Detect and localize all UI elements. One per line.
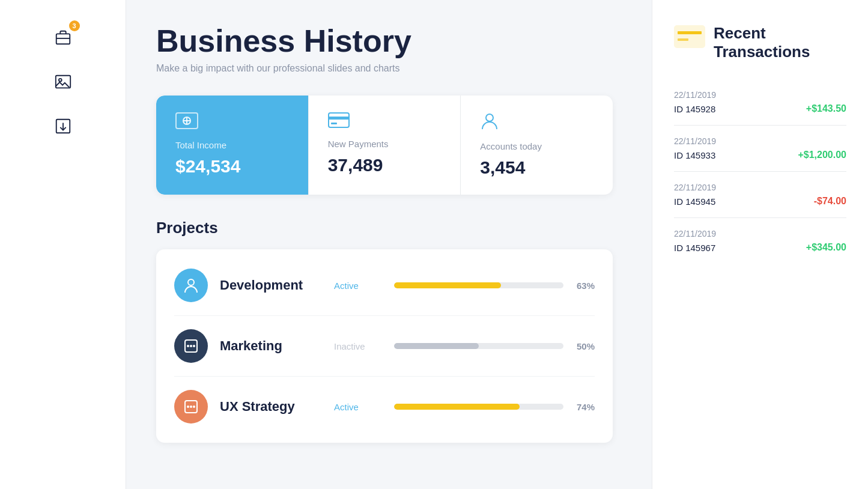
total-income-value: $24,534 xyxy=(175,156,289,177)
project-row: Marketing Inactive 50% xyxy=(174,316,595,377)
stat-new-payments: New Payments 37,489 xyxy=(308,96,461,195)
tx-date: 22/11/2019 xyxy=(674,183,846,192)
svg-rect-25 xyxy=(678,38,688,41)
progress-percent: 63% xyxy=(572,281,595,291)
svg-rect-23 xyxy=(675,26,705,47)
progress-bar-fill xyxy=(394,404,520,410)
svg-rect-11 xyxy=(329,117,349,120)
projects-container: Development Active 63% Marketing Inactiv… xyxy=(156,249,613,443)
accounts-today-label: Accounts today xyxy=(480,141,593,151)
svg-point-13 xyxy=(486,114,493,121)
progress-wrap: 50% xyxy=(394,341,595,351)
tx-date: 22/11/2019 xyxy=(674,90,846,100)
projects-section-title: Projects xyxy=(156,219,628,237)
svg-point-16 xyxy=(187,345,189,347)
transactions-list: 22/11/2019 ID 145928 +$143.50 22/11/2019… xyxy=(674,79,846,264)
project-row: Development Active 63% xyxy=(174,255,595,316)
right-panel: Recent Transactions 22/11/2019 ID 145928… xyxy=(652,0,868,489)
transaction-item: 22/11/2019 ID 145933 +$1,200.00 xyxy=(674,126,846,172)
sidebar-briefcase-item[interactable]: 3 xyxy=(50,24,76,50)
tx-date: 22/11/2019 xyxy=(674,229,846,238)
tx-id: ID 145967 xyxy=(674,243,715,253)
tx-row: ID 145928 +$143.50 xyxy=(674,103,846,114)
total-income-label: Total Income xyxy=(175,140,289,150)
tx-row: ID 145933 +$1,200.00 xyxy=(674,150,846,160)
sidebar: 3 xyxy=(0,0,126,489)
project-name: UX Strategy xyxy=(220,399,322,415)
new-payments-label: New Payments xyxy=(328,139,442,149)
svg-point-18 xyxy=(193,345,195,347)
svg-point-14 xyxy=(188,279,194,285)
project-avatar xyxy=(174,329,208,363)
progress-bar-bg xyxy=(394,282,563,288)
tx-row: ID 145967 +$345.00 xyxy=(674,242,846,253)
project-avatar xyxy=(174,390,208,424)
tx-row: ID 145945 -$74.00 xyxy=(674,196,846,207)
project-status: Active xyxy=(334,402,382,412)
progress-percent: 50% xyxy=(572,341,595,351)
svg-point-22 xyxy=(193,405,195,408)
person-icon xyxy=(480,112,593,133)
transactions-title: Recent Transactions xyxy=(714,24,846,61)
svg-rect-12 xyxy=(331,123,337,124)
tx-amount: +$345.00 xyxy=(806,242,846,253)
svg-point-3 xyxy=(58,79,61,82)
progress-bar-fill xyxy=(394,282,501,288)
briefcase-badge: 3 xyxy=(69,20,80,31)
svg-point-17 xyxy=(190,345,192,347)
main-area: Business History Make a big impact with … xyxy=(126,0,652,489)
card-icon xyxy=(328,112,442,130)
sidebar-image-item[interactable] xyxy=(50,68,76,95)
project-row: UX Strategy Active 74% xyxy=(174,377,595,437)
stat-total-income: Total Income $24,534 xyxy=(156,96,308,195)
sidebar-download-item[interactable] xyxy=(50,113,76,139)
project-avatar xyxy=(174,269,208,302)
money-icon xyxy=(175,112,289,132)
project-name: Development xyxy=(220,278,322,293)
progress-bar-bg xyxy=(394,404,563,410)
stats-row: Total Income $24,534 New Payments 37,489 xyxy=(156,96,613,195)
accounts-today-value: 3,454 xyxy=(480,157,593,178)
page-subtitle: Make a big impact with our professional … xyxy=(156,63,628,74)
transaction-item: 22/11/2019 ID 145945 -$74.00 xyxy=(674,172,846,218)
tx-id: ID 145933 xyxy=(674,150,715,160)
progress-bar-fill xyxy=(394,343,479,349)
progress-bar-bg xyxy=(394,343,563,349)
page-title: Business History xyxy=(156,24,628,58)
progress-wrap: 74% xyxy=(394,402,595,412)
progress-wrap: 63% xyxy=(394,281,595,291)
tx-id: ID 145945 xyxy=(674,196,715,207)
stat-accounts-today: Accounts today 3,454 xyxy=(460,96,613,195)
transaction-item: 22/11/2019 ID 145928 +$143.50 xyxy=(674,79,846,126)
project-name: Marketing xyxy=(220,338,322,354)
tx-id: ID 145928 xyxy=(674,104,715,114)
project-status: Active xyxy=(334,281,382,291)
transaction-item: 22/11/2019 ID 145967 +$345.00 xyxy=(674,218,846,264)
new-payments-value: 37,489 xyxy=(328,155,442,175)
project-status: Inactive xyxy=(334,341,382,351)
tx-amount: -$74.00 xyxy=(814,196,846,207)
tx-date: 22/11/2019 xyxy=(674,136,846,146)
tx-amount: +$1,200.00 xyxy=(798,150,846,160)
transactions-icon xyxy=(674,24,705,49)
progress-percent: 74% xyxy=(572,402,595,412)
svg-rect-10 xyxy=(329,113,349,127)
svg-point-20 xyxy=(187,405,189,408)
transactions-header: Recent Transactions xyxy=(674,24,846,61)
svg-rect-24 xyxy=(678,31,702,34)
tx-amount: +$143.50 xyxy=(806,103,846,114)
svg-point-21 xyxy=(190,405,192,408)
